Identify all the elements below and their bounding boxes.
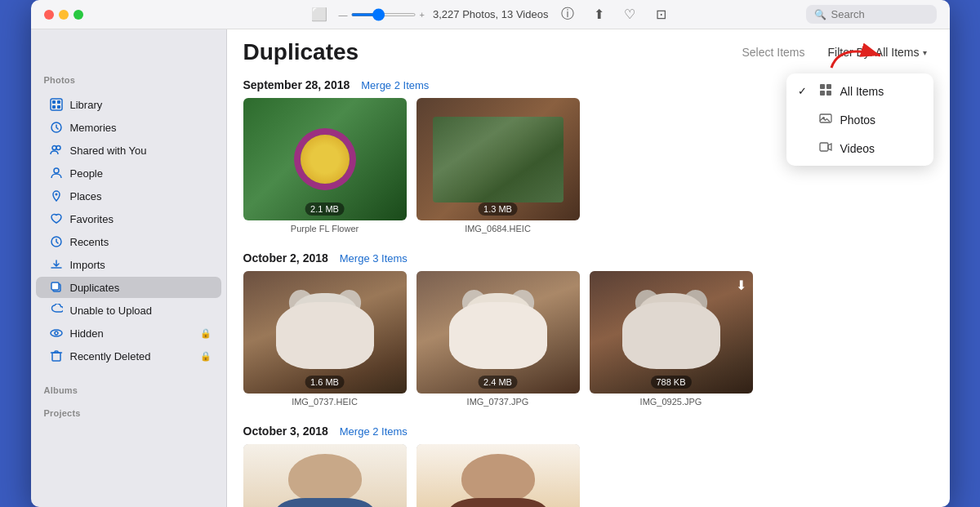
photo-thumb-oct2-2[interactable]: 2.4 MB [416,271,580,394]
dropdown-item-videos[interactable]: Videos [786,134,933,162]
filename-oct2-2: IMG_0737.JPG [467,397,529,407]
sidebar-item-hidden[interactable]: Hidden 🔒 [36,322,221,344]
hidden-lock-icon: 🔒 [200,328,212,339]
all-items-label: All Items [840,85,884,98]
places-label: Places [70,190,212,202]
portrait-image-1 [243,444,407,507]
heart-icon[interactable]: ♡ [618,3,641,26]
shared-icon [49,143,64,158]
sidebar-section-albums: Albums [31,380,226,397]
photo-count: 3,227 Photos, 13 Videos [433,8,548,20]
photo-thumb-oct2-1[interactable]: 1.6 MB [243,271,407,394]
section-oct2: October 2, 2018 Merge 3 Items [227,245,950,418]
window-body: Photos Library Memories [31,29,950,507]
search-box[interactable]: 🔍 [806,5,937,24]
photo-card-oct2-2: 2.4 MB IMG_0737.JPG [416,271,580,407]
date-oct3: October 3, 2018 [243,425,328,438]
main-window: ⬜ — + 3,227 Photos, 13 Videos ⓘ ⬆ ♡ ⊡ 🔍 … [31,0,950,507]
memories-icon [49,120,64,135]
sidebar-item-imports[interactable]: Imports [36,254,221,275]
all-items-icon [819,83,832,99]
svg-rect-23 [820,143,828,151]
select-items-button[interactable]: Select Items [735,42,811,62]
hidden-label: Hidden [70,327,194,340]
duplicates-icon [49,280,64,295]
sidebar-item-library[interactable]: Library [36,94,221,115]
flower-center [301,135,350,184]
share-icon[interactable]: ⬆ [587,3,610,26]
slideshow-icon[interactable]: ⬜ [308,3,331,26]
svg-rect-2 [57,100,60,104]
sidebar-item-memories[interactable]: Memories [36,117,221,138]
imports-icon [49,257,64,272]
section-oct3: October 3, 2018 Merge 2 Items [227,418,950,507]
upload-indicator-icon: ⬇ [736,278,746,293]
sidebar-item-places[interactable]: Places [36,185,221,207]
close-button[interactable] [44,10,54,20]
photo-thumb-oct3-2[interactable] [416,444,580,507]
sidebar-item-duplicates[interactable]: Duplicates [36,277,221,298]
svg-rect-15 [52,353,60,361]
dropdown-item-all-items[interactable]: ✓ All Items [786,77,933,105]
merge-button-sep28[interactable]: Merge 2 Items [361,79,429,91]
sidebar-item-recents[interactable]: Recents [36,231,221,252]
photo-thumb-oct3-1[interactable] [243,444,407,507]
photo-thumb-oct2-3[interactable]: ⬇ 788 KB [590,271,753,394]
size-badge-sep28-2: 1.3 MB [478,202,518,216]
svg-rect-4 [57,105,60,109]
svg-rect-20 [826,91,831,96]
chevron-down-icon: ▾ [923,48,927,57]
svg-point-13 [51,330,62,336]
size-badge-oct2-1: 1.6 MB [305,376,345,389]
filter-label: Filter By: All Items [827,46,919,59]
content-header: Duplicates Select Items [227,29,950,72]
zoom-slider[interactable]: — + [339,10,425,20]
zoom-input[interactable] [351,13,416,16]
photo-thumb-sep28-1[interactable]: 2.1 MB [243,98,407,220]
photo-row-oct3 [243,444,933,507]
people-icon [49,166,64,180]
sidebar-section-projects: Projects [31,403,226,420]
main-content: Duplicates Select Items [227,29,950,507]
svg-rect-3 [52,105,56,109]
photo-thumb-sep28-2[interactable]: 1.3 MB [416,98,580,220]
svg-point-7 [56,146,60,150]
filter-dropdown: ✓ All Items Photos [786,73,933,166]
shared-label: Shared with You [70,145,212,157]
sidebar-item-favorites[interactable]: Favorites [36,208,221,229]
svg-rect-18 [826,84,831,89]
minimize-button[interactable] [59,10,69,20]
crop-icon[interactable]: ⊡ [649,3,672,26]
traffic-lights [31,0,96,29]
sidebar-item-recently-deleted[interactable]: Recently Deleted 🔒 [36,345,221,367]
svg-rect-17 [820,84,825,89]
dropdown-item-photos[interactable]: Photos [786,105,933,134]
svg-rect-1 [52,100,56,104]
check-icon: ✓ [798,85,811,97]
photo-card-sep28-2: 1.3 MB IMG_0684.HEIC [416,98,580,233]
favorites-icon [49,211,64,226]
search-input[interactable] [831,8,913,20]
people-label: People [70,167,212,180]
sidebar-section-photos: Photos [31,70,226,87]
unable-upload-label: Unable to Upload [70,305,212,317]
sidebar-item-people[interactable]: People [36,162,221,184]
sidebar-item-unable-upload[interactable]: Unable to Upload [36,300,221,321]
svg-point-8 [54,168,59,173]
photos-label: Photos [840,113,876,127]
photo-card-oct3-1 [243,444,407,507]
videos-icon [819,140,832,156]
recently-deleted-lock-icon: 🔒 [200,351,212,362]
portrait-image-2 [416,444,580,507]
favorites-label: Favorites [70,213,212,225]
filter-button[interactable]: Filter By: All Items ▾ [821,42,933,62]
maximize-button[interactable] [74,10,83,20]
svg-point-14 [55,331,58,335]
info-icon[interactable]: ⓘ [556,3,579,26]
header-right: Select Items Filter By: All Items ▾ ✓ Al… [735,42,933,62]
sidebar-item-shared[interactable]: Shared with You [36,140,221,161]
library-label: Library [70,99,212,111]
merge-button-oct3[interactable]: Merge 2 Items [340,425,408,438]
imports-label: Imports [70,259,212,271]
merge-button-oct2[interactable]: Merge 3 Items [340,252,408,265]
